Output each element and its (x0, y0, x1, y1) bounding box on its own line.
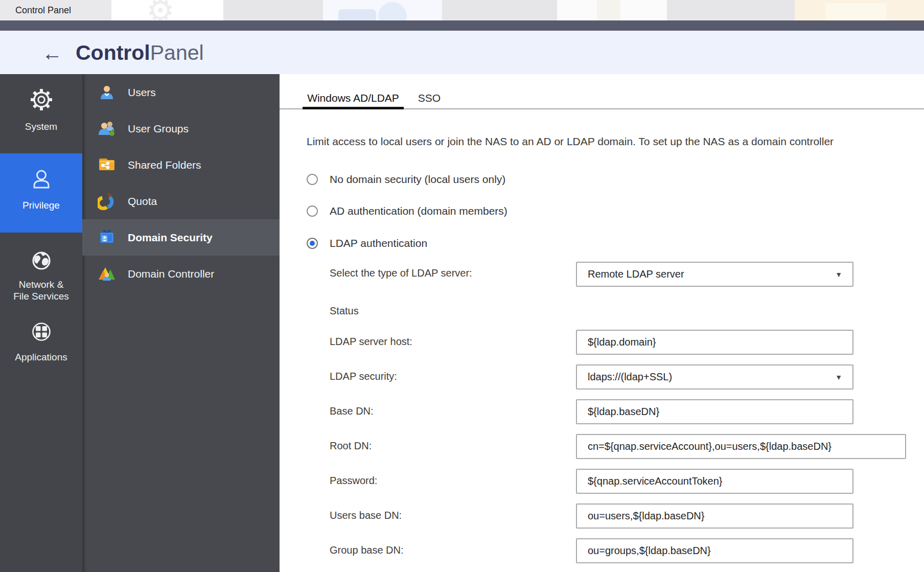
domain-controller-icon (98, 264, 116, 283)
sidebar-item-network-file-services[interactable]: Network & File Services (0, 247, 82, 302)
password-label: Password: (330, 475, 377, 487)
sidebar-item-label: System (0, 121, 82, 132)
group-base-dn-label: Group base DN: (330, 544, 404, 556)
ldap-type-select[interactable]: Remote LDAP server ▼ (576, 262, 853, 287)
radio-icon (307, 205, 318, 217)
back-button[interactable]: ← (39, 40, 65, 66)
dropdown-arrow-icon: ▼ (835, 270, 842, 279)
thumbnail-shape (597, 0, 620, 20)
taskbar-tab-control-panel[interactable]: Control Panel (0, 0, 111, 20)
base-dn-label: Base DN: (330, 405, 374, 417)
tab-sso[interactable]: SSO (414, 88, 445, 109)
menu-item-domain-controller[interactable]: Domain Controller (82, 256, 280, 292)
ldap-security-value: ldaps://(ldap+SSL) (588, 371, 835, 383)
sidebar-item-applications[interactable]: Applications (0, 318, 82, 363)
shared-folders-icon (98, 155, 116, 174)
password-input[interactable] (576, 469, 853, 494)
menu-item-label: Quota (128, 183, 157, 219)
menu-item-shared-folders[interactable]: Shared Folders (82, 147, 280, 183)
menu-item-label: Domain Security (128, 219, 213, 256)
window-thumbnail[interactable] (795, 0, 924, 20)
menu-item-domain-security[interactable]: Domain Security (82, 219, 280, 256)
sidebar-item-label: Privilege (0, 199, 82, 211)
radio-ad-authentication[interactable]: AD authentication (domain members) (307, 204, 507, 218)
radio-no-domain-security[interactable]: No domain security (local users only) (307, 173, 505, 186)
menu-item-users[interactable]: Users (82, 74, 280, 110)
radio-label: No domain security (local users only) (330, 173, 505, 186)
sidebar-item-label-line2: File Services (0, 290, 82, 302)
window-thumbnail[interactable] (323, 0, 442, 20)
group-base-dn-input[interactable] (576, 538, 853, 563)
menu-item-label: User Groups (128, 110, 189, 147)
ldap-server-host-label: LDAP server host: (330, 336, 412, 348)
apps-icon (28, 318, 55, 345)
gear-thumbnail-icon: ⚙ (146, 0, 175, 20)
status-label: Status (330, 305, 359, 317)
sidebar-item-privilege[interactable]: Privilege (0, 153, 82, 233)
category-sidebar: System Privilege Network & File Services (0, 74, 82, 572)
users-base-dn-input[interactable] (576, 504, 853, 529)
radio-icon (307, 238, 318, 249)
user-icon (28, 166, 55, 193)
top-divider-bar (0, 20, 924, 31)
radio-ldap-authentication[interactable]: LDAP authentication (307, 237, 427, 250)
page-title: ControlPanel (76, 40, 204, 65)
menu-item-quota[interactable]: Quota (82, 183, 280, 219)
section-menu: Users User Groups (82, 74, 280, 572)
gear-icon (28, 86, 55, 113)
sidebar-item-system[interactable]: System (0, 86, 82, 132)
quota-icon (98, 192, 116, 210)
screen: Control Panel ⚙ ← ControlPanel (0, 0, 924, 572)
domain-security-icon (98, 228, 116, 246)
page-title-light: Panel (150, 41, 204, 64)
taskbar: Control Panel ⚙ (0, 0, 924, 20)
menu-item-label: Users (128, 74, 156, 110)
content-panel: Windows AD/LDAP SSO Limit access to loca… (280, 74, 924, 572)
radio-label: LDAP authentication (330, 237, 427, 249)
ldap-type-label: Select the type of LDAP server: (330, 267, 472, 279)
thumbnail-shape (378, 2, 407, 20)
window-thumbnail[interactable] (557, 0, 667, 20)
page-title-bold: Control (76, 41, 150, 64)
root-dn-input[interactable] (576, 434, 906, 459)
app-header: ← ControlPanel (0, 31, 924, 74)
ldap-security-label: LDAP security: (330, 371, 397, 382)
window-thumbnail[interactable]: ⚙ (111, 0, 223, 20)
sidebar-item-label: Network & File Services (0, 279, 82, 302)
menu-item-label: Shared Folders (128, 147, 201, 183)
back-arrow-icon: ← (42, 42, 62, 64)
ldap-security-select[interactable]: ldaps://(ldap+SSL) ▼ (576, 364, 853, 390)
users-base-dn-label: Users base DN: (330, 510, 402, 521)
menu-item-user-groups[interactable]: User Groups (82, 110, 280, 147)
thumbnail-shape (825, 3, 887, 20)
menu-item-label: Domain Controller (128, 256, 214, 292)
users-icon (98, 83, 116, 101)
radio-label: AD authentication (domain members) (330, 205, 507, 217)
ldap-type-value: Remote LDAP server (588, 268, 835, 280)
globe-icon (28, 247, 55, 274)
domain-security-description: Limit access to local users or join the … (307, 135, 922, 148)
sidebar-item-label-line1: Network & (0, 279, 82, 290)
radio-icon (307, 174, 318, 185)
sidebar-item-label: Applications (0, 351, 82, 363)
root-dn-label: Root DN: (330, 440, 372, 452)
thumbnail-shape (338, 9, 376, 20)
user-groups-icon (98, 119, 116, 138)
tab-windows-ad-ldap[interactable]: Windows AD/LDAP (303, 88, 404, 109)
ldap-server-host-input[interactable] (576, 330, 853, 355)
dropdown-arrow-icon: ▼ (835, 373, 842, 381)
base-dn-input[interactable] (576, 399, 853, 424)
